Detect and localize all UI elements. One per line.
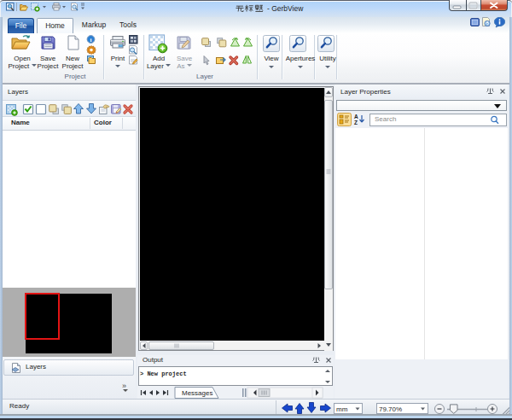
svg-text:mm: mm	[336, 405, 348, 412]
svg-text:Messages: Messages	[182, 389, 212, 397]
svg-text:79.70%: 79.70%	[379, 405, 402, 412]
svg-text:Z: Z	[354, 120, 358, 125]
svg-text:i: i	[90, 37, 92, 44]
svg-text:A: A	[354, 114, 358, 120]
